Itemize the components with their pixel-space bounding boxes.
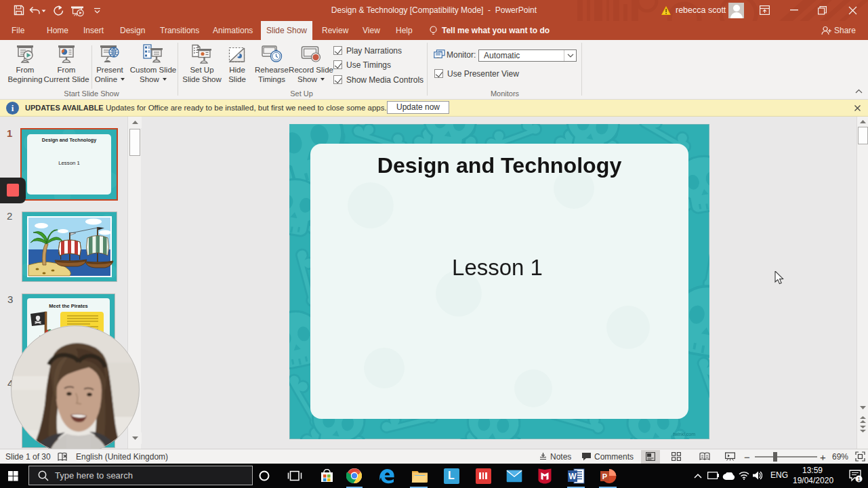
svg-text:W: W <box>569 472 577 481</box>
svg-text:Meet the Pirates: Meet the Pirates <box>49 303 88 309</box>
svg-text:Design and Technology: Design and Technology <box>42 137 97 143</box>
svg-text:Lesson 1: Lesson 1 <box>58 160 80 166</box>
svg-text:Lesson 1: Lesson 1 <box>452 255 543 280</box>
svg-text:Design and Technology: Design and Technology <box>377 153 622 178</box>
svg-text:twinkl.com: twinkl.com <box>673 432 695 436</box>
svg-text:1: 1 <box>857 476 861 483</box>
svg-text:P: P <box>602 472 607 480</box>
